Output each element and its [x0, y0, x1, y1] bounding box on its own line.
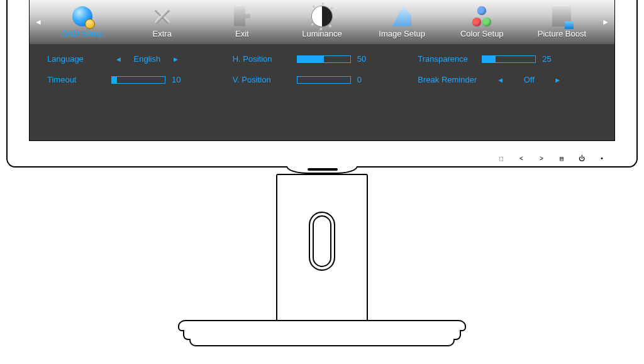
cable-hole	[309, 212, 335, 271]
tab-luminance[interactable]: Luminance	[282, 0, 362, 44]
monitor-bezel: ◄ OSD Setup Extra Exit Luminance	[6, 0, 638, 168]
tabs-prev-arrow[interactable]: ◄	[35, 0, 42, 44]
setting-language[interactable]: Language ◄ English ►	[47, 54, 226, 64]
front-btn-source[interactable]: ⬚	[498, 155, 504, 162]
tab-label: Image Setup	[379, 29, 425, 38]
tab-color-setup[interactable]: Color Setup	[442, 0, 522, 44]
setting-h-position[interactable]: H. Position 50	[233, 54, 412, 64]
osd-body: Language ◄ English ► H. Position 50 Tran…	[30, 44, 614, 106]
front-panel-buttons: ⬚ < > ▤ ⏻ •	[498, 155, 605, 162]
front-btn-right[interactable]: >	[538, 156, 545, 162]
osd-menu: ◄ OSD Setup Extra Exit Luminance	[30, 0, 614, 106]
brightness-icon	[312, 6, 332, 26]
tab-image-setup[interactable]: Image Setup	[362, 0, 442, 44]
color-setup-icon	[471, 6, 492, 26]
setting-label: H. Position	[233, 54, 291, 64]
setting-value: Off	[514, 75, 544, 84]
tab-label: Exit	[235, 29, 249, 38]
tab-label: Extra	[153, 29, 172, 38]
setting-v-position[interactable]: V. Position 0	[233, 75, 412, 84]
setting-label: Language	[47, 54, 105, 64]
setting-value: 0	[357, 75, 372, 84]
tabs-next-arrow[interactable]: ►	[602, 0, 609, 44]
setting-value: 25	[542, 54, 557, 64]
prev-arrow-icon[interactable]: ◄	[493, 76, 508, 84]
setting-timeout[interactable]: Timeout 10	[47, 75, 226, 84]
osd-tab-strip: ◄ OSD Setup Extra Exit Luminance	[30, 0, 614, 44]
slider[interactable]	[482, 55, 536, 63]
prev-arrow-icon[interactable]: ◄	[111, 55, 126, 63]
tab-label: Picture Boost	[538, 29, 586, 38]
tab-exit[interactable]: Exit	[202, 0, 282, 44]
front-btn-power[interactable]: ⏻	[579, 155, 585, 162]
setting-label: Transparence	[418, 54, 475, 64]
setting-value: 10	[172, 75, 187, 84]
front-led: •	[599, 156, 605, 162]
monitor-screen: ◄ OSD Setup Extra Exit Luminance	[29, 0, 615, 141]
setting-value: 50	[357, 54, 372, 64]
setting-transparence[interactable]: Transparence 25	[418, 54, 597, 64]
slider[interactable]	[111, 76, 165, 84]
front-btn-left[interactable]: <	[518, 156, 525, 162]
tools-icon	[152, 6, 172, 26]
tab-picture-boost[interactable]: Picture Boost	[522, 0, 602, 44]
exit-icon	[234, 6, 250, 26]
slider[interactable]	[297, 55, 351, 63]
tab-extra[interactable]: Extra	[122, 0, 202, 44]
slider-fill	[482, 56, 496, 62]
globe-gear-icon	[72, 6, 92, 26]
monitor-base	[178, 320, 466, 349]
slider-fill	[112, 77, 117, 83]
monitor-hinge	[286, 166, 358, 174]
setting-value: English	[132, 54, 162, 64]
tab-label: Luminance	[302, 29, 342, 38]
slider[interactable]	[297, 76, 351, 84]
slider-fill	[297, 56, 324, 62]
setting-label: Timeout	[47, 75, 105, 84]
next-arrow-icon[interactable]: ►	[169, 55, 183, 63]
setting-label: V. Position	[233, 75, 291, 84]
picture-boost-icon	[552, 6, 571, 26]
setting-label: Break Reminder	[418, 75, 487, 84]
tab-osd-setup[interactable]: OSD Setup	[42, 0, 122, 44]
tab-label: Color Setup	[460, 29, 504, 38]
next-arrow-icon[interactable]: ►	[550, 76, 565, 84]
setting-break-reminder[interactable]: Break Reminder ◄ Off ►	[418, 75, 597, 84]
image-setup-icon	[392, 6, 411, 26]
monitor-neck	[276, 174, 368, 321]
tab-label: OSD Setup	[62, 29, 103, 38]
front-btn-menu[interactable]: ▤	[558, 155, 565, 162]
